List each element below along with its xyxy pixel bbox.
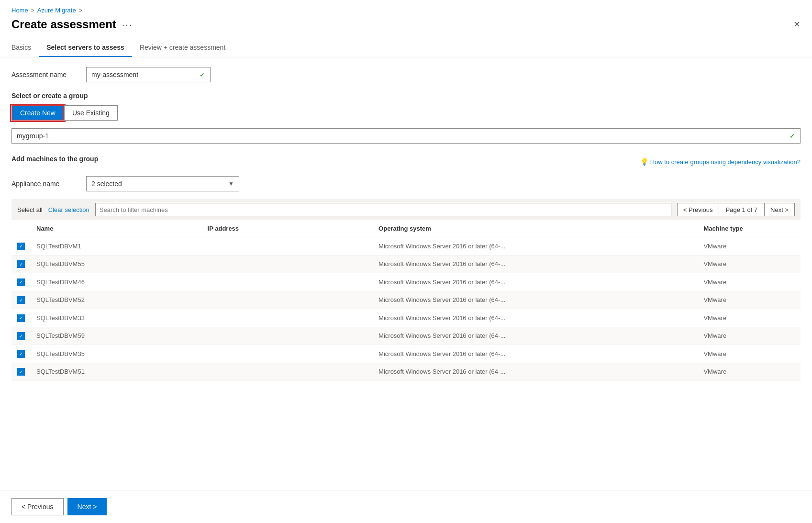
row-name: SQLTestDBVM33 — [31, 309, 202, 327]
row-name: SQLTestDBVM52 — [31, 291, 202, 309]
breadcrumb-azure-migrate[interactable]: Azure Migrate — [37, 7, 76, 14]
use-existing-button[interactable]: Use Existing — [64, 105, 118, 121]
col-header-checkbox — [11, 220, 31, 237]
col-header-os: Operating system — [373, 220, 698, 237]
row-checkbox-cell[interactable]: ✓ — [11, 273, 31, 291]
row-os: Microsoft Windows Server 2016 or later (… — [373, 309, 698, 327]
tab-select-servers[interactable]: Select servers to assess — [39, 39, 132, 57]
row-checkbox[interactable]: ✓ — [17, 368, 25, 376]
row-checkbox-cell[interactable]: ✓ — [11, 255, 31, 273]
row-type: VMware — [698, 273, 801, 291]
appliance-value: 2 selected — [91, 180, 122, 188]
table-header-row: Name IP address Operating system Machine… — [11, 220, 801, 237]
row-type: VMware — [698, 237, 801, 256]
add-machines-heading: Add machines to the group — [11, 155, 98, 163]
breadcrumb: Home > Azure Migrate > — [0, 0, 812, 16]
search-filter-input[interactable] — [95, 203, 671, 216]
table-row: ✓ SQLTestDBVM46 Microsoft Windows Server… — [11, 273, 801, 291]
row-ip — [202, 273, 373, 291]
row-ip — [202, 345, 373, 363]
row-type: VMware — [698, 255, 801, 273]
row-name: SQLTestDBVM46 — [31, 273, 202, 291]
table-row: ✓ SQLTestDBVM35 Microsoft Windows Server… — [11, 345, 801, 363]
group-name-value: mygroup-1 — [17, 132, 786, 140]
chevron-down-icon: ▼ — [228, 180, 234, 187]
row-name: SQLTestDBVM55 — [31, 255, 202, 273]
row-os: Microsoft Windows Server 2016 or later (… — [373, 327, 698, 345]
col-header-type: Machine type — [698, 220, 801, 237]
table-row: ✓ SQLTestDBVM52 Microsoft Windows Server… — [11, 291, 801, 309]
tab-bar: Basics Select servers to assess Review +… — [0, 39, 812, 57]
row-type: VMware — [698, 309, 801, 327]
pagination-next-button[interactable]: Next > — [764, 203, 795, 216]
footer-prev-button[interactable]: < Previous — [11, 498, 64, 515]
bulb-icon: 💡 — [640, 158, 648, 166]
breadcrumb-home[interactable]: Home — [11, 7, 28, 14]
close-icon[interactable]: ✕ — [793, 19, 801, 30]
table-row: ✓ SQLTestDBVM55 Microsoft Windows Server… — [11, 255, 801, 273]
clear-selection-link[interactable]: Clear selection — [48, 206, 89, 213]
row-checkbox[interactable]: ✓ — [17, 314, 25, 322]
table-row: ✓ SQLTestDBVM33 Microsoft Windows Server… — [11, 309, 801, 327]
row-checkbox[interactable]: ✓ — [17, 296, 25, 304]
add-machines-row: Add machines to the group 💡 How to creat… — [11, 155, 801, 168]
table-row: ✓ SQLTestDBVM1 Microsoft Windows Server … — [11, 237, 801, 256]
group-name-input[interactable]: mygroup-1 ✓ — [11, 128, 801, 144]
row-checkbox-cell[interactable]: ✓ — [11, 345, 31, 363]
table-row: ✓ SQLTestDBVM59 Microsoft Windows Server… — [11, 327, 801, 345]
pagination-controls: < Previous Page 1 of 7 Next > — [677, 203, 795, 216]
breadcrumb-sep1: > — [31, 7, 34, 14]
row-os: Microsoft Windows Server 2016 or later (… — [373, 345, 698, 363]
row-os: Microsoft Windows Server 2016 or later (… — [373, 237, 698, 256]
pagination-info: Page 1 of 7 — [719, 203, 765, 216]
row-checkbox[interactable]: ✓ — [17, 278, 25, 286]
row-checkbox-cell[interactable]: ✓ — [11, 363, 31, 381]
group-section-heading: Select or create a group — [11, 92, 801, 100]
appliance-label: Appliance name — [11, 180, 78, 188]
row-ip — [202, 327, 373, 345]
table-toolbar: Select all Clear selection < Previous Pa… — [11, 199, 801, 220]
more-options-icon[interactable]: ··· — [122, 19, 133, 30]
row-checkbox[interactable]: ✓ — [17, 350, 25, 358]
assessment-name-value: my-assessment — [91, 71, 196, 78]
row-name: SQLTestDBVM59 — [31, 327, 202, 345]
row-type: VMware — [698, 327, 801, 345]
row-name: SQLTestDBVM51 — [31, 363, 202, 381]
row-checkbox-cell[interactable]: ✓ — [11, 327, 31, 345]
row-ip — [202, 255, 373, 273]
col-header-ip: IP address — [202, 220, 373, 237]
pagination-prev-button[interactable]: < Previous — [677, 203, 719, 216]
assessment-name-label: Assessment name — [11, 71, 78, 78]
row-name: SQLTestDBVM1 — [31, 237, 202, 256]
page-header: Create assessment ··· ✕ — [0, 16, 812, 39]
assessment-name-input[interactable]: my-assessment ✓ — [86, 67, 211, 82]
row-type: VMware — [698, 345, 801, 363]
row-type: VMware — [698, 363, 801, 381]
row-os: Microsoft Windows Server 2016 or later (… — [373, 255, 698, 273]
row-checkbox[interactable]: ✓ — [17, 260, 25, 268]
servers-table: Name IP address Operating system Machine… — [11, 220, 801, 381]
tab-review[interactable]: Review + create assessment — [132, 39, 233, 57]
assessment-name-row: Assessment name my-assessment ✓ — [11, 67, 801, 82]
tab-basics[interactable]: Basics — [11, 39, 39, 57]
row-checkbox-cell[interactable]: ✓ — [11, 291, 31, 309]
row-checkbox[interactable]: ✓ — [17, 332, 25, 340]
row-name: SQLTestDBVM35 — [31, 345, 202, 363]
select-all-link[interactable]: Select all — [17, 206, 43, 213]
row-ip — [202, 291, 373, 309]
help-link[interactable]: 💡 How to create groups using dependency … — [640, 158, 801, 166]
page-title: Create assessment — [11, 18, 116, 31]
col-header-name: Name — [31, 220, 202, 237]
table-row: ✓ SQLTestDBVM51 Microsoft Windows Server… — [11, 363, 801, 381]
create-new-button[interactable]: Create New — [11, 105, 64, 121]
form-area: Assessment name my-assessment ✓ Select o… — [0, 67, 812, 482]
appliance-dropdown[interactable]: 2 selected ▼ — [86, 176, 239, 191]
footer-next-button[interactable]: Next > — [67, 498, 107, 515]
row-checkbox-cell[interactable]: ✓ — [11, 237, 31, 256]
footer-nav: < Previous Next > — [0, 490, 812, 523]
row-os: Microsoft Windows Server 2016 or later (… — [373, 291, 698, 309]
row-ip — [202, 237, 373, 256]
group-buttons: Create New Use Existing — [11, 105, 801, 121]
row-checkbox[interactable]: ✓ — [17, 243, 25, 250]
row-checkbox-cell[interactable]: ✓ — [11, 309, 31, 327]
